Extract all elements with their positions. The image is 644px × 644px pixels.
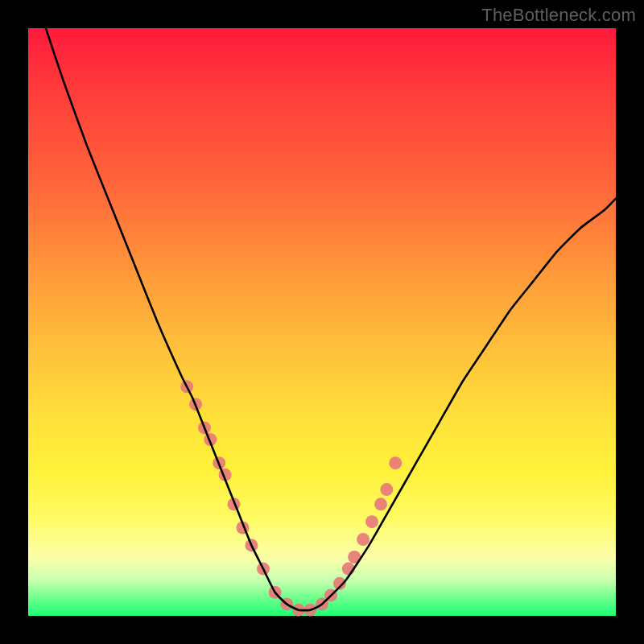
scatter-dot bbox=[389, 456, 402, 469]
watermark-text: TheBottleneck.com bbox=[481, 5, 636, 26]
scatter-dot bbox=[357, 533, 369, 546]
scatter-dots bbox=[180, 380, 402, 616]
scatter-dot bbox=[374, 497, 387, 510]
chart-frame: TheBottleneck.com bbox=[0, 0, 644, 644]
plot-area bbox=[28, 28, 616, 616]
bottleneck-curve bbox=[46, 28, 616, 610]
curve-layer bbox=[28, 28, 616, 616]
scatter-dot bbox=[365, 515, 378, 528]
scatter-dot bbox=[380, 483, 393, 496]
